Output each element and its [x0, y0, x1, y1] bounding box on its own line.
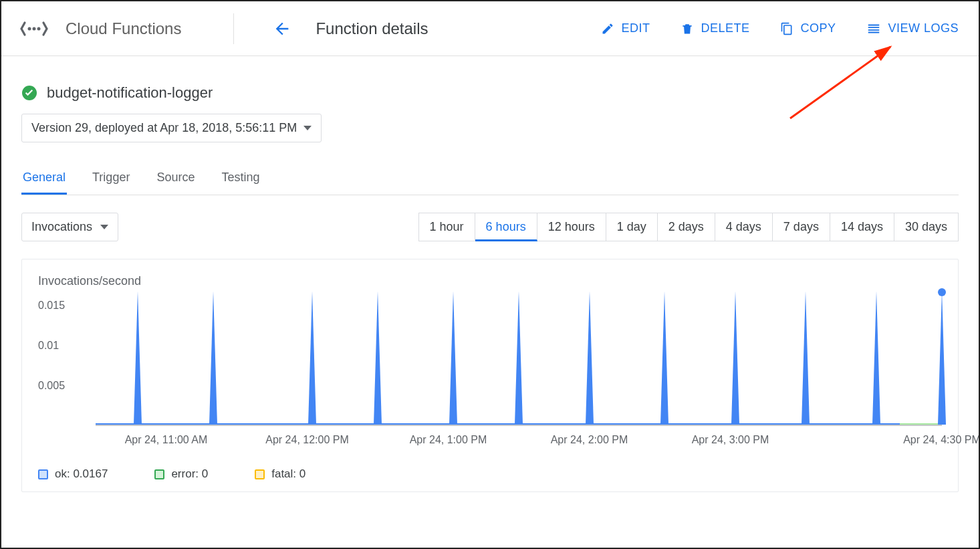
tab-trigger[interactable]: Trigger — [91, 161, 131, 195]
copy-button[interactable]: COPY — [780, 21, 836, 36]
cloud-functions-icon — [17, 12, 51, 45]
top-actions: EDIT DELETE COPY VIEW LOGS — [601, 21, 963, 36]
copy-icon — [780, 22, 793, 35]
y-tick: 0.015 — [38, 300, 65, 312]
spike — [938, 291, 946, 425]
pencil-icon — [601, 22, 614, 35]
delete-label: DELETE — [701, 21, 749, 35]
range-1-day[interactable]: 1 day — [606, 213, 658, 241]
product-title: Cloud Functions — [66, 19, 181, 38]
legend-item-ok: ok: 0.0167 — [38, 467, 108, 481]
metric-dropdown[interactable]: Invocations — [21, 213, 118, 241]
view-logs-button[interactable]: VIEW LOGS — [866, 21, 959, 36]
range-7-days[interactable]: 7 days — [773, 213, 830, 241]
spike — [134, 291, 142, 425]
delete-button[interactable]: DELETE — [681, 21, 749, 36]
series-baseline-error — [900, 423, 942, 425]
legend-item-fatal: fatal: 0 — [255, 467, 305, 481]
spike — [731, 291, 739, 425]
svg-point-2 — [37, 27, 41, 30]
chart-card: Invocations/second 0.0050.010.015 Apr 24… — [21, 259, 959, 492]
legend-swatch — [255, 469, 265, 479]
time-range-group: 1 hour6 hours12 hours1 day2 days4 days7 … — [418, 213, 959, 241]
tab-general[interactable]: General — [21, 161, 67, 195]
x-tick: Apr 24, 12:00 PM — [265, 434, 349, 446]
range-14-days[interactable]: 14 days — [830, 213, 894, 241]
spike — [209, 291, 217, 425]
spike — [802, 291, 810, 425]
y-tick: 0.01 — [38, 340, 59, 352]
edit-label: EDIT — [621, 21, 650, 35]
spike — [515, 291, 523, 425]
svg-point-1 — [33, 27, 36, 30]
x-tick: Apr 24, 3:00 PM — [692, 434, 769, 446]
page-title: Function details — [316, 19, 428, 38]
range-2-days[interactable]: 2 days — [658, 213, 715, 241]
status-ok-icon — [21, 85, 37, 101]
legend-text: fatal: 0 — [271, 467, 305, 481]
arrow-left-icon — [273, 19, 291, 38]
copy-label: COPY — [800, 21, 836, 35]
x-tick: Apr 24, 1:00 PM — [410, 434, 487, 446]
legend-text: error: 0 — [171, 467, 208, 481]
spike — [308, 291, 316, 425]
legend: ok: 0.0167error: 0fatal: 0 — [38, 467, 945, 481]
version-dropdown[interactable]: Version 29, deployed at Apr 18, 2018, 5:… — [21, 114, 322, 142]
spike — [660, 291, 668, 425]
legend-item-error: error: 0 — [154, 467, 208, 481]
range-12-hours[interactable]: 12 hours — [537, 213, 606, 241]
legend-swatch — [38, 469, 48, 479]
version-label: Version 29, deployed at Apr 18, 2018, 5:… — [31, 121, 297, 135]
spike — [586, 291, 594, 425]
chart-title: Invocations/second — [38, 274, 945, 288]
range-1-hour[interactable]: 1 hour — [418, 213, 475, 241]
x-tick: Apr 24, 4:30 PM — [903, 434, 980, 446]
x-tick: Apr 24, 11:00 AM — [125, 434, 208, 446]
view-logs-label: VIEW LOGS — [888, 21, 959, 35]
tabs: GeneralTriggerSourceTesting — [21, 161, 959, 195]
range-4-days[interactable]: 4 days — [715, 213, 773, 241]
trash-icon — [681, 22, 694, 35]
chart: 0.0050.010.015 Apr 24, 11:00 AMApr 24, 1… — [35, 292, 945, 459]
latest-point-marker — [938, 288, 946, 296]
metric-label: Invocations — [31, 220, 92, 234]
tab-testing[interactable]: Testing — [220, 161, 261, 195]
top-bar: Cloud Functions Function details EDIT DE… — [1, 1, 979, 56]
legend-text: ok: 0.0167 — [55, 467, 108, 481]
back-button[interactable] — [266, 15, 298, 42]
edit-button[interactable]: EDIT — [601, 21, 650, 36]
tab-source[interactable]: Source — [155, 161, 196, 195]
chevron-down-icon — [100, 225, 108, 229]
legend-swatch — [154, 469, 164, 479]
function-header: budget-notification-logger — [21, 84, 959, 102]
separator — [233, 13, 234, 44]
spike — [872, 291, 880, 425]
range-6-hours[interactable]: 6 hours — [475, 213, 537, 241]
svg-point-0 — [28, 27, 31, 30]
logs-icon — [866, 21, 881, 36]
y-tick: 0.005 — [38, 380, 65, 392]
spike — [374, 291, 382, 425]
spike — [449, 291, 457, 425]
function-name: budget-notification-logger — [47, 84, 213, 102]
range-30-days[interactable]: 30 days — [894, 213, 959, 241]
x-tick: Apr 24, 2:00 PM — [551, 434, 628, 446]
chevron-down-icon — [303, 126, 312, 130]
